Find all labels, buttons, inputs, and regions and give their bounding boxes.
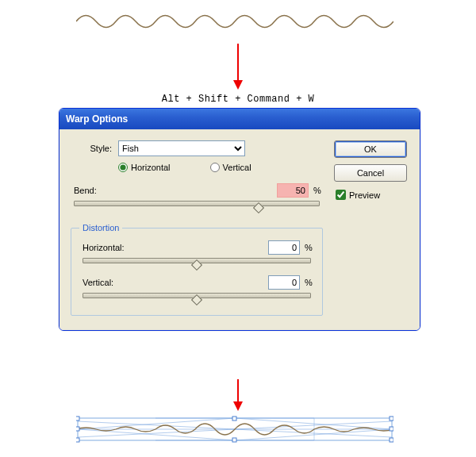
style-select[interactable]: Fish: [118, 140, 245, 156]
cancel-button[interactable]: Cancel: [334, 164, 407, 182]
keyboard-shortcut: Alt + Shift + Command + W: [0, 94, 476, 105]
result-wave-graphic: [76, 415, 393, 445]
radio-horizontal[interactable]: [118, 163, 128, 172]
radio-vertical-label: Vertical: [223, 163, 251, 172]
distortion-legend: Distortion: [79, 223, 122, 232]
distortion-vertical-label: Vertical:: [79, 278, 268, 287]
style-label: Style:: [71, 144, 118, 153]
svg-rect-11: [76, 427, 79, 431]
distortion-vertical-slider[interactable]: [83, 291, 311, 304]
orientation-horizontal-radio[interactable]: Horizontal: [118, 163, 171, 172]
ok-button[interactable]: OK: [334, 140, 407, 158]
dialog-titlebar[interactable]: Warp Options: [60, 109, 420, 129]
bend-value-field[interactable]: [277, 183, 309, 198]
svg-rect-8: [76, 417, 79, 421]
svg-rect-13: [76, 438, 79, 442]
svg-rect-15: [390, 438, 393, 442]
distortion-vertical-unit: %: [300, 278, 314, 287]
distortion-horizontal-field[interactable]: [268, 240, 300, 255]
arrow-down-icon: [230, 44, 246, 91]
preview-checkbox[interactable]: [336, 190, 346, 200]
distortion-horizontal-label: Horizontal:: [79, 243, 268, 252]
distortion-group: Distortion Horizontal: % Vertical:: [71, 223, 323, 316]
distortion-horizontal-slider[interactable]: [83, 256, 311, 269]
radio-horizontal-label: Horizontal: [131, 163, 171, 172]
svg-marker-3: [233, 401, 243, 411]
bend-slider-group: Bend: %: [71, 183, 323, 212]
source-wave-graphic: [76, 10, 393, 33]
bend-slider[interactable]: [74, 199, 320, 212]
distortion-vertical-field[interactable]: [268, 275, 300, 290]
bend-unit: %: [309, 186, 323, 195]
radio-vertical[interactable]: [210, 163, 220, 172]
preview-checkbox-row[interactable]: Preview: [334, 190, 409, 200]
orientation-vertical-radio[interactable]: Vertical: [210, 163, 251, 172]
bend-label: Bend:: [71, 186, 277, 195]
preview-label: Preview: [349, 190, 380, 200]
svg-rect-14: [232, 438, 236, 442]
svg-rect-9: [232, 417, 236, 421]
svg-rect-10: [390, 417, 393, 421]
svg-rect-12: [390, 427, 393, 431]
svg-marker-1: [233, 80, 243, 90]
warp-options-dialog: Warp Options Style: Fish Horizontal Vert…: [59, 108, 420, 331]
distortion-horizontal-unit: %: [300, 243, 314, 252]
dialog-title: Warp Options: [66, 113, 128, 125]
arrow-down-icon: [230, 379, 246, 411]
